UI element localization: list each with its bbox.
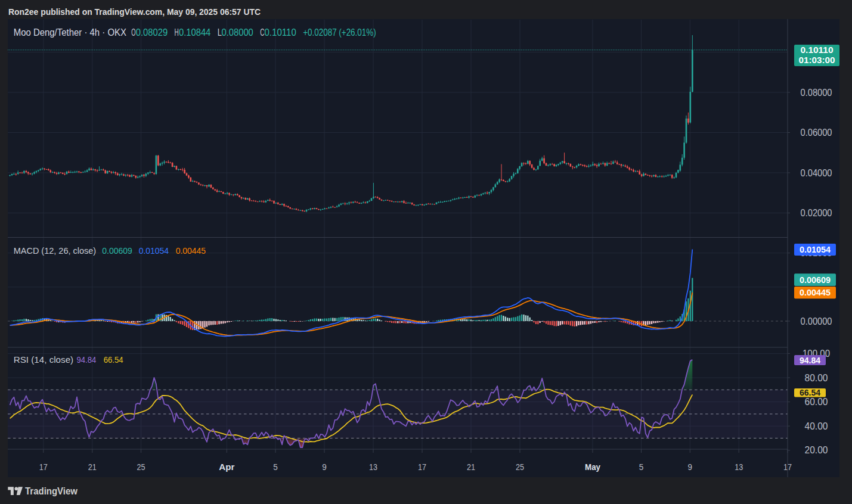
svg-text:21: 21: [467, 462, 475, 472]
svg-text:94.84: 94.84: [800, 356, 820, 365]
svg-text:May: May: [585, 462, 601, 472]
svg-text:0.10844: 0.10844: [179, 27, 210, 38]
svg-text:9: 9: [688, 462, 693, 472]
svg-text:+0.02087 (+26.01%): +0.02087 (+26.01%): [303, 27, 376, 38]
svg-text:Apr: Apr: [219, 462, 234, 472]
svg-text:80.00: 80.00: [805, 373, 828, 383]
svg-text:21: 21: [88, 462, 97, 472]
svg-text:5: 5: [639, 462, 644, 472]
svg-text:0.00609: 0.00609: [102, 246, 132, 256]
svg-text:5: 5: [273, 462, 278, 472]
svg-text:0.01054: 0.01054: [139, 246, 169, 256]
svg-text:0.08000: 0.08000: [222, 27, 253, 38]
svg-text:0.10110: 0.10110: [801, 45, 834, 55]
svg-text:MACD (12, 26, close): MACD (12, 26, close): [14, 246, 97, 256]
svg-text:0.08029: 0.08029: [136, 27, 168, 38]
svg-text:0.00445: 0.00445: [176, 246, 206, 256]
svg-text:O: O: [131, 27, 135, 38]
svg-text:25: 25: [137, 462, 145, 472]
svg-text:60.00: 60.00: [805, 397, 828, 407]
svg-text:17: 17: [39, 462, 48, 472]
svg-text:Ron2ee published on TradingVie: Ron2ee published on TradingView.com, May…: [8, 7, 261, 17]
svg-text:40.00: 40.00: [805, 421, 828, 431]
svg-text:17: 17: [783, 462, 792, 472]
svg-text:0.08000: 0.08000: [801, 88, 832, 98]
svg-text:0.00609: 0.00609: [800, 275, 831, 285]
svg-text:0.01054: 0.01054: [800, 245, 831, 254]
svg-text:13: 13: [735, 462, 743, 472]
svg-text:0.02000: 0.02000: [801, 208, 832, 218]
svg-text:RSI (14, close): RSI (14, close): [14, 355, 74, 365]
svg-text:0.10110: 0.10110: [265, 27, 296, 38]
svg-text:01:03:00: 01:03:00: [799, 55, 835, 65]
svg-text:0.06000: 0.06000: [801, 127, 832, 138]
svg-text:0.00445: 0.00445: [800, 288, 831, 297]
svg-text:17: 17: [418, 462, 426, 472]
svg-text:0.00000: 0.00000: [801, 316, 832, 326]
svg-text:0.04000: 0.04000: [801, 168, 832, 178]
svg-text:Moo Deng/Tether · 4h · OKX: Moo Deng/Tether · 4h · OKX: [14, 27, 126, 38]
svg-text:25: 25: [516, 462, 524, 472]
svg-text:20.00: 20.00: [805, 445, 828, 455]
svg-text:66.54: 66.54: [800, 388, 820, 397]
svg-text:H: H: [175, 27, 179, 38]
svg-text:66.54: 66.54: [104, 355, 123, 365]
svg-text:C: C: [260, 27, 264, 38]
svg-text:13: 13: [369, 462, 377, 472]
svg-text:94.84: 94.84: [77, 355, 97, 365]
svg-text:TradingView: TradingView: [25, 486, 78, 496]
svg-text:9: 9: [322, 462, 327, 472]
